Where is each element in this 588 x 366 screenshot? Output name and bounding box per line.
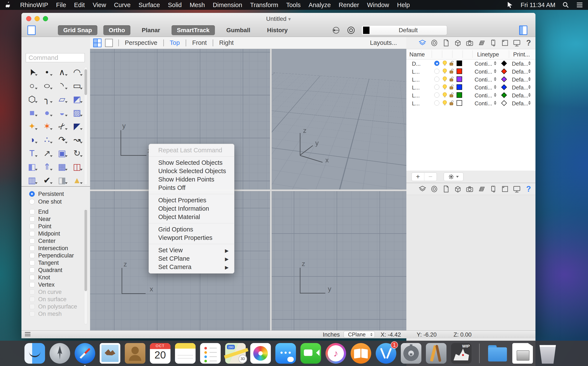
layer-row[interactable]: L... Conti... Defa... (406, 67, 535, 75)
notes-icon[interactable] (442, 39, 450, 47)
checkbox-icon[interactable] (30, 238, 35, 244)
checkbox-icon[interactable] (30, 253, 35, 258)
layers-icon[interactable] (418, 185, 427, 193)
osnap-checkbox-row[interactable]: Quadrant (30, 267, 77, 274)
dock-icon[interactable] (250, 343, 271, 364)
layer-lock-icon[interactable] (449, 68, 455, 74)
current-layer-radio[interactable] (434, 92, 439, 98)
layer-color-swatch[interactable] (457, 69, 462, 74)
layer-color-swatch[interactable] (457, 76, 462, 82)
tool-button[interactable]: ↝ (69, 133, 84, 146)
print-color-diamond[interactable] (501, 76, 507, 82)
left-sidebar-toggle-icon[interactable] (27, 25, 36, 35)
layer-settings-button[interactable] (444, 173, 463, 181)
column-header-print[interactable]: Print... (513, 51, 530, 58)
checkbox-icon[interactable] (30, 275, 35, 280)
layer-lock-icon[interactable] (449, 76, 455, 82)
menu-bar-item[interactable]: View (93, 1, 106, 8)
print-stepper-icon[interactable] (528, 101, 531, 105)
dock-icon[interactable]: ♪ (325, 343, 346, 364)
print-color-diamond[interactable] (501, 92, 507, 98)
print-stepper-icon[interactable] (528, 61, 531, 65)
menu-bar-item[interactable]: File (56, 1, 66, 8)
tool-button[interactable]: ↻ (69, 146, 84, 160)
dock-icon[interactable] (275, 343, 296, 364)
menu-bar-item[interactable]: RhinoWIP (20, 1, 48, 8)
tool-button[interactable]: ✦ (24, 119, 39, 133)
layers-icon[interactable] (418, 39, 427, 47)
checkbox-icon[interactable] (30, 290, 35, 295)
context-menu-item[interactable]: Repeat Last Command (149, 146, 234, 154)
materials-icon[interactable] (430, 39, 438, 47)
tool-button[interactable]: ◧ (24, 160, 39, 173)
dock-icon[interactable] (301, 343, 321, 364)
menu-bar-item[interactable]: Mesh (189, 1, 205, 8)
layer-visible-icon[interactable] (442, 92, 448, 98)
tool-button[interactable]: ◫ (69, 160, 84, 173)
print-stepper-icon[interactable] (528, 77, 531, 81)
single-viewport-icon[interactable] (105, 38, 113, 47)
menu-bar-item[interactable]: Help (397, 1, 410, 8)
menu-bar-item[interactable]: Transform (250, 1, 278, 8)
context-menu-item[interactable]: Unlock Selected Objects (149, 167, 234, 175)
search-icon[interactable] (562, 1, 569, 8)
zoom-button[interactable] (43, 16, 48, 21)
print-color-diamond[interactable] (501, 61, 507, 66)
notification-center-icon[interactable] (576, 2, 583, 8)
osnap-scrollbar[interactable] (84, 208, 88, 324)
tool-button[interactable]: ↗ (39, 146, 54, 160)
layer-linetype[interactable]: Conti... (475, 92, 492, 99)
column-header-name[interactable]: Name (409, 51, 425, 58)
osnap-checkbox-row[interactable]: On mesh (30, 310, 77, 318)
context-menu-item[interactable]: Points Off (149, 184, 234, 192)
record-history-icon[interactable] (331, 25, 341, 35)
grid-icon[interactable] (477, 185, 485, 193)
linetype-stepper-icon[interactable] (494, 77, 497, 81)
checkbox-icon[interactable] (30, 209, 35, 214)
layer-print-width[interactable]: Defa... (512, 61, 528, 67)
help-icon[interactable]: ? (525, 39, 533, 47)
mode-toggle-button[interactable]: History (262, 25, 293, 35)
menu-bar-clock[interactable]: Fri 11:34 AM (521, 1, 555, 8)
dock-icon[interactable] (426, 343, 446, 364)
context-menu-item[interactable]: Set CPlane (149, 254, 234, 263)
box-icon[interactable] (454, 185, 462, 193)
layer-row[interactable]: L... Conti... Defa... (406, 99, 535, 107)
osnap-checkbox-row[interactable]: On polysurface (30, 303, 77, 310)
layer-lock-icon[interactable] (449, 92, 455, 98)
tool-button[interactable]: ⬡ (24, 92, 39, 106)
osnap-checkbox-row[interactable]: Near (30, 215, 77, 223)
mode-toggle-button[interactable]: Grid Snap (58, 25, 97, 35)
tool-button[interactable]: ◤ (69, 119, 84, 133)
dock-icon[interactable] (401, 343, 421, 364)
print-color-diamond[interactable] (501, 69, 507, 74)
checkbox-icon[interactable] (30, 260, 35, 265)
pointer-tool-icon[interactable] (506, 1, 514, 8)
grid-icon[interactable] (477, 39, 485, 47)
notes-icon[interactable] (442, 185, 450, 193)
print-color-diamond[interactable] (501, 100, 507, 106)
tool-button[interactable]: ◑ (24, 133, 39, 146)
current-layer-radio[interactable] (434, 69, 439, 74)
radio-icon[interactable] (29, 199, 35, 205)
osnap-checkbox-row[interactable]: End (30, 208, 77, 215)
tool-button[interactable]: ■ (24, 106, 39, 119)
osnap-checkbox-row[interactable]: On curve (30, 288, 77, 296)
layer-name[interactable]: L... (412, 69, 420, 75)
context-menu-item[interactable]: Object Material (149, 213, 234, 221)
layer-linetype[interactable]: Conti... (475, 100, 492, 107)
materials-icon[interactable] (430, 185, 438, 193)
context-menu-item[interactable]: Set View (149, 246, 234, 254)
command-input[interactable] (26, 53, 85, 62)
filter-icon[interactable] (346, 25, 356, 35)
page-icon[interactable] (501, 39, 509, 47)
viewport-tab[interactable]: Front (191, 39, 208, 46)
apple-icon[interactable] (6, 1, 12, 8)
viewport-right[interactable]: z y (272, 191, 406, 330)
linetype-stepper-icon[interactable] (494, 69, 497, 73)
osnap-checkbox-row[interactable]: Center (30, 237, 77, 244)
layer-linetype[interactable]: Conti... (475, 61, 492, 67)
menu-bar-item[interactable]: Analyze (309, 1, 331, 8)
dock-icon[interactable] (75, 343, 95, 364)
dock-icon[interactable] (200, 343, 221, 364)
